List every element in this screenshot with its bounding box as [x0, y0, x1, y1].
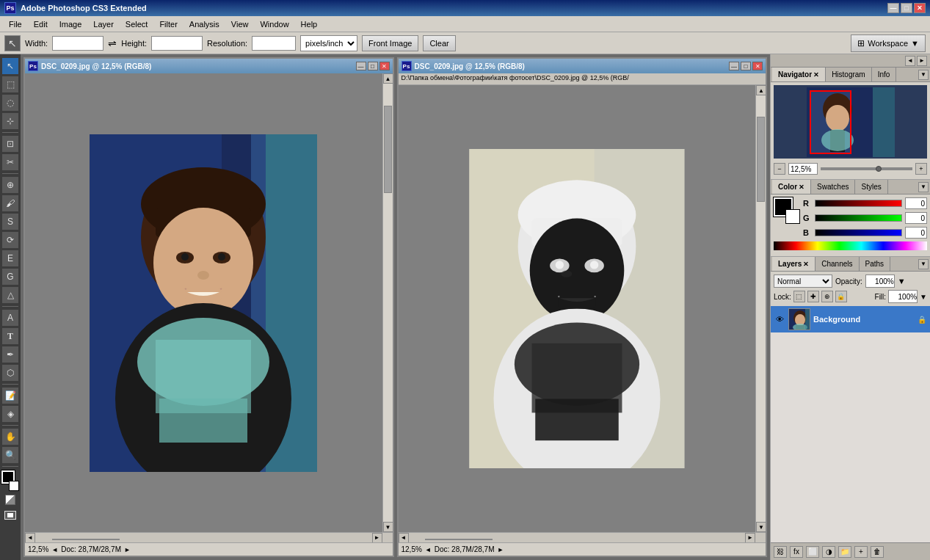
- quick-mask-btn[interactable]: [4, 493, 17, 506]
- brush-tool[interactable]: 🖌: [1, 194, 19, 212]
- close-button[interactable]: ✕: [914, 3, 926, 13]
- lock-transparent-btn[interactable]: 🔒: [835, 291, 847, 302]
- workspace-button[interactable]: ⊞ Workspace ▼: [851, 34, 926, 52]
- color-tab-close[interactable]: ✕: [799, 183, 804, 191]
- clear-button[interactable]: Clear: [423, 35, 455, 51]
- b-input[interactable]: [905, 227, 927, 239]
- r-input[interactable]: [905, 197, 927, 209]
- height-input[interactable]: [151, 36, 203, 51]
- doc1-hscroll[interactable]: ◄ ►: [25, 532, 393, 542]
- doc2-hscroll[interactable]: ◄ ►: [399, 532, 766, 542]
- tool-preset-picker[interactable]: ↖: [4, 35, 21, 51]
- lasso-tool[interactable]: ◌: [1, 94, 19, 112]
- tab-swatches[interactable]: Swatches: [811, 180, 855, 194]
- tab-layers[interactable]: Layers ✕: [772, 257, 815, 271]
- menu-item-file[interactable]: File: [3, 18, 28, 30]
- doc1-minimize[interactable]: —: [356, 62, 366, 70]
- hand-tool[interactable]: ✋: [1, 428, 19, 446]
- doc1-scroll-up[interactable]: ▲: [383, 73, 393, 84]
- tab-info[interactable]: Info: [872, 68, 897, 81]
- layer-row-background[interactable]: 👁 Background 🔒: [771, 306, 930, 332]
- blend-mode-select[interactable]: Normal: [774, 274, 832, 288]
- lock-all-btn[interactable]: ⊕: [821, 291, 833, 302]
- menu-item-help[interactable]: Help: [295, 18, 324, 30]
- healing-brush-tool[interactable]: ⊕: [1, 176, 19, 194]
- path-tool[interactable]: A: [1, 309, 19, 327]
- doc2-maximize[interactable]: □: [741, 62, 751, 70]
- doc2-scroll-left-btn[interactable]: ◄: [425, 546, 432, 553]
- lock-position-btn[interactable]: ✚: [807, 291, 819, 302]
- blue-slider[interactable]: [815, 229, 902, 236]
- maximize-button[interactable]: □: [901, 3, 912, 13]
- color-options-btn[interactable]: ▼: [918, 182, 929, 192]
- zoom-slider-handle[interactable]: [876, 166, 882, 172]
- zoom-slider[interactable]: [821, 167, 912, 170]
- doc2-scroll-down[interactable]: ▼: [756, 522, 766, 532]
- doc1-content[interactable]: [25, 73, 382, 532]
- menu-item-analysis[interactable]: Analysis: [184, 18, 225, 30]
- swap-icon[interactable]: ⇌: [108, 37, 117, 49]
- layer-adjustment-btn[interactable]: ◑: [822, 546, 835, 558]
- resolution-unit-select[interactable]: pixels/inch: [300, 35, 357, 51]
- shape-tool[interactable]: ⬡: [1, 364, 19, 382]
- fill-input[interactable]: [888, 290, 918, 303]
- layer-fx-btn[interactable]: fx: [790, 546, 803, 558]
- panel-expand-btn[interactable]: ►: [917, 56, 927, 66]
- tab-channels[interactable]: Channels: [815, 257, 859, 271]
- doc2-scroll-right-btn[interactable]: ►: [498, 546, 504, 553]
- zoom-input[interactable]: [788, 163, 818, 175]
- menu-item-window[interactable]: Window: [254, 18, 294, 30]
- eraser-tool[interactable]: E: [1, 250, 19, 267]
- doc2-scroll-left[interactable]: ◄: [399, 533, 409, 543]
- doc2-scroll-right[interactable]: ►: [745, 533, 755, 543]
- doc2-content[interactable]: [399, 85, 756, 532]
- front-image-button[interactable]: Front Image: [362, 35, 418, 51]
- nav-preview[interactable]: [774, 85, 927, 159]
- notes-tool[interactable]: 📝: [1, 387, 19, 404]
- layer-link-btn[interactable]: ⛓: [774, 546, 787, 558]
- doc1-vscroll[interactable]: ▲ ▼: [382, 73, 393, 532]
- menu-item-edit[interactable]: Edit: [28, 18, 54, 30]
- zoom-out-btn[interactable]: −: [774, 163, 785, 175]
- doc1-scroll-left-btn[interactable]: ◄: [51, 546, 58, 553]
- opacity-input[interactable]: [865, 274, 895, 288]
- history-brush-tool[interactable]: ⟳: [1, 231, 19, 249]
- zoom-in-btn[interactable]: +: [915, 163, 927, 175]
- move-tool[interactable]: ↖: [1, 57, 19, 75]
- tab-navigator[interactable]: Navigator ✕: [772, 68, 826, 81]
- zoom-tool[interactable]: 🔍: [1, 446, 19, 464]
- pen-tool[interactable]: ✒: [1, 346, 19, 363]
- menu-item-select[interactable]: Select: [120, 18, 154, 30]
- layer-new-btn[interactable]: +: [854, 546, 868, 558]
- resolution-input[interactable]: [252, 36, 296, 51]
- menu-item-image[interactable]: Image: [54, 18, 88, 30]
- tab-color[interactable]: Color ✕: [772, 180, 811, 194]
- gradient-tool[interactable]: G: [1, 268, 19, 286]
- doc1-maximize[interactable]: □: [368, 62, 378, 70]
- lock-pixels-btn[interactable]: ⬚: [793, 291, 805, 302]
- navigator-options-btn[interactable]: ▼: [918, 70, 929, 80]
- green-slider[interactable]: [815, 214, 902, 222]
- screen-mode-btn[interactable]: [2, 509, 18, 522]
- type-tool[interactable]: T: [1, 327, 19, 345]
- layer-group-btn[interactable]: 📁: [838, 546, 851, 558]
- tab-histogram[interactable]: Histogram: [826, 68, 872, 81]
- magic-wand-tool[interactable]: ⊹: [1, 112, 19, 130]
- fill-arrow[interactable]: ▼: [920, 293, 927, 301]
- doc2-scroll-up[interactable]: ▲: [756, 85, 766, 95]
- minimize-button[interactable]: —: [887, 3, 899, 13]
- layer-delete-btn[interactable]: 🗑: [871, 546, 884, 558]
- background-swatch[interactable]: [785, 209, 800, 224]
- clone-stamp-tool[interactable]: S: [1, 213, 19, 230]
- layers-options-btn[interactable]: ▼: [918, 259, 929, 269]
- doc2-close[interactable]: ✕: [752, 62, 763, 70]
- tab-paths[interactable]: Paths: [860, 257, 891, 271]
- marquee-tool[interactable]: ⬚: [1, 76, 19, 93]
- doc2-vscroll[interactable]: ▲ ▼: [755, 85, 766, 532]
- doc1-scroll-left[interactable]: ◄: [25, 533, 35, 543]
- doc2-minimize[interactable]: —: [729, 62, 739, 70]
- layer-visibility-toggle[interactable]: 👁: [774, 313, 785, 325]
- layers-tab-close[interactable]: ✕: [803, 261, 809, 268]
- doc1-scroll-down[interactable]: ▼: [383, 522, 393, 532]
- doc1-scroll-right-btn[interactable]: ►: [124, 546, 131, 553]
